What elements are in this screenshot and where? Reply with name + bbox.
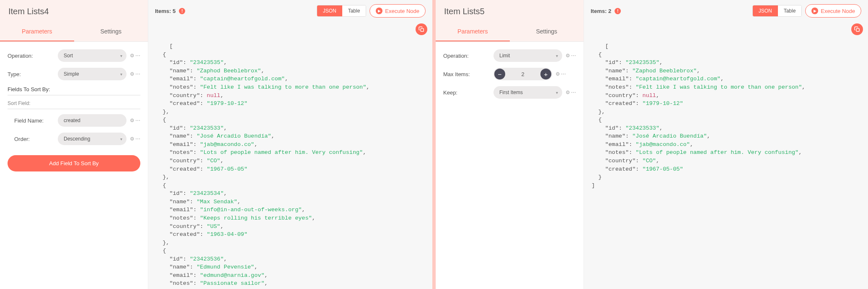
output-right: Items: 2 ! JSON Table ▶ Execute Node [ {…: [584, 0, 868, 289]
json-tab[interactable]: JSON: [753, 5, 778, 16]
row-actions: ⚙ ⋯: [566, 90, 576, 95]
divider: [8, 109, 140, 109]
tab-parameters[interactable]: Parameters: [436, 22, 510, 41]
view-toggle: JSON Table: [317, 5, 367, 17]
row-actions: ⚙ ⋯: [555, 71, 566, 77]
node-title: Item Lists4: [0, 0, 148, 22]
output-header: Items: 2 ! JSON Table ▶ Execute Node: [584, 0, 868, 22]
gear-icon[interactable]: ⚙: [555, 71, 560, 77]
sidebar-header: Item Lists5 Parameters Settings: [436, 0, 584, 42]
dots-icon[interactable]: ⋯: [571, 53, 576, 59]
info-icon[interactable]: !: [179, 8, 185, 14]
stepper-value[interactable]: 2: [506, 71, 540, 77]
gear-icon[interactable]: ⚙: [130, 53, 134, 59]
type-select[interactable]: Simple: [58, 68, 127, 80]
dots-icon[interactable]: ⋯: [135, 53, 140, 59]
execute-label: Execute Node: [385, 8, 419, 14]
params-body: Operation: Sort ▾ ⚙ ⋯ Type: Simple: [0, 42, 148, 179]
output-header: Items: 5 ! JSON Table ▶ Execute Node: [148, 0, 432, 22]
tabs: Parameters Settings: [436, 22, 584, 41]
table-tab[interactable]: Table: [778, 5, 802, 16]
sidebar-right: Item Lists5 Parameters Settings Operatio…: [436, 0, 584, 289]
dots-icon[interactable]: ⋯: [135, 71, 140, 77]
execute-node-button[interactable]: ▶ Execute Node: [805, 4, 861, 18]
dots-icon[interactable]: ⋯: [135, 118, 140, 123]
param-label-order: Order:: [14, 136, 58, 142]
sort-field-header: Sort Field:: [8, 100, 140, 106]
svg-rect-1: [856, 28, 859, 31]
node-panel-item-lists-4: Item Lists4 Parameters Settings Operatio…: [0, 0, 432, 289]
tab-settings[interactable]: Settings: [510, 22, 584, 41]
max-items-stepper: − 2 +: [493, 68, 552, 80]
keep-select[interactable]: First Items: [493, 86, 562, 99]
param-type: Type: Simple ▾ ⚙ ⋯: [8, 68, 140, 80]
execute-node-button[interactable]: ▶ Execute Node: [369, 4, 426, 18]
stepper-plus[interactable]: +: [540, 69, 551, 79]
fields-to-sort-header: Fields To Sort By:: [8, 86, 140, 92]
gear-icon[interactable]: ⚙: [566, 90, 570, 95]
output-left: Items: 5 ! JSON Table ▶ Execute Node [ {…: [148, 0, 432, 289]
add-field-button[interactable]: Add Field To Sort By: [8, 155, 140, 171]
gear-icon[interactable]: ⚙: [130, 118, 134, 123]
copy-icon[interactable]: [416, 23, 427, 35]
row-actions: ⚙ ⋯: [130, 118, 140, 123]
items-count: Items: 2: [591, 8, 611, 14]
gear-icon[interactable]: ⚙: [130, 71, 134, 77]
param-operation: Operation: Sort ▾ ⚙ ⋯: [8, 49, 140, 62]
divider: [8, 95, 140, 95]
info-icon[interactable]: !: [615, 8, 621, 14]
tabs: Parameters Settings: [0, 22, 148, 41]
tab-parameters[interactable]: Parameters: [0, 22, 74, 41]
param-label-operation: Operation:: [8, 53, 58, 59]
sidebar-left: Item Lists4 Parameters Settings Operatio…: [0, 0, 148, 289]
items-count: Items: 5: [155, 8, 176, 14]
svg-rect-0: [421, 28, 424, 31]
gear-icon[interactable]: ⚙: [130, 136, 134, 142]
gear-icon[interactable]: ⚙: [566, 53, 570, 59]
dots-icon[interactable]: ⋯: [571, 90, 576, 95]
row-actions: ⚙ ⋯: [566, 53, 576, 59]
param-label-max-items: Max Items:: [443, 71, 493, 77]
table-tab[interactable]: Table: [342, 5, 366, 16]
json-tab[interactable]: JSON: [317, 5, 342, 16]
json-output: [ { "id": "23423535", "name": "Zaphod Be…: [584, 22, 868, 289]
copy-icon[interactable]: [851, 23, 863, 35]
param-max-items: Max Items: − 2 + ⚙ ⋯: [443, 68, 576, 80]
stepper-minus[interactable]: −: [494, 69, 505, 79]
view-toggle: JSON Table: [752, 5, 802, 17]
param-label-field-name: Field Name:: [14, 118, 58, 124]
dots-icon[interactable]: ⋯: [561, 71, 566, 77]
order-select[interactable]: Descending: [58, 133, 127, 145]
dots-icon[interactable]: ⋯: [135, 136, 140, 142]
sidebar-header: Item Lists4 Parameters Settings: [0, 0, 148, 42]
tab-settings[interactable]: Settings: [74, 22, 148, 41]
param-field-name: Field Name: ⚙ ⋯: [8, 114, 140, 127]
node-title: Item Lists5: [436, 0, 584, 22]
execute-label: Execute Node: [821, 8, 855, 14]
param-order: Order: Descending ▾ ⚙ ⋯: [8, 133, 140, 145]
field-name-input[interactable]: [58, 114, 127, 127]
params-body: Operation: Limit ▾ ⚙ ⋯ Max Items: − 2: [436, 42, 584, 112]
json-output: [ { "id": "23423535", "name": "Zaphod Be…: [148, 22, 432, 289]
operation-select[interactable]: Limit: [493, 49, 562, 62]
param-keep: Keep: First Items ▾ ⚙ ⋯: [443, 86, 576, 99]
panel-divider[interactable]: [432, 0, 436, 289]
operation-select[interactable]: Sort: [58, 49, 127, 62]
play-icon: ▶: [811, 8, 818, 14]
param-operation: Operation: Limit ▾ ⚙ ⋯: [443, 49, 576, 62]
row-actions: ⚙ ⋯: [130, 136, 140, 142]
param-label-keep: Keep:: [443, 90, 493, 96]
node-panel-item-lists-5: Item Lists5 Parameters Settings Operatio…: [436, 0, 868, 289]
play-icon: ▶: [376, 8, 382, 14]
row-actions: ⚙ ⋯: [130, 71, 140, 77]
param-label-type: Type:: [8, 71, 58, 77]
param-label-operation: Operation:: [443, 53, 493, 59]
row-actions: ⚙ ⋯: [130, 53, 140, 59]
